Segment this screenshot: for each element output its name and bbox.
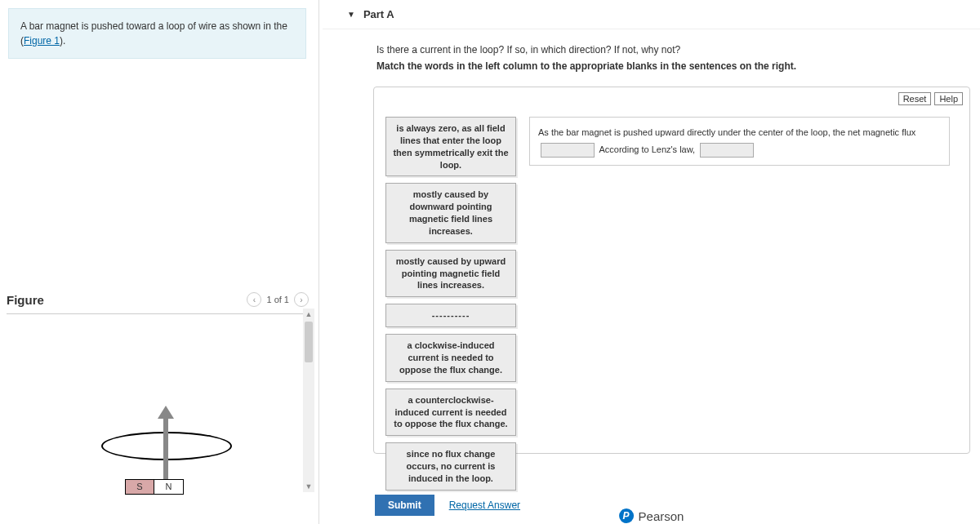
drop-blank-1[interactable] bbox=[541, 143, 595, 158]
figure-scrollbar[interactable]: ▲ ▼ bbox=[303, 309, 314, 492]
drop-blank-2[interactable] bbox=[700, 143, 754, 158]
panel-divider bbox=[318, 0, 319, 524]
scroll-thumb[interactable] bbox=[305, 322, 313, 362]
motion-arrow bbox=[163, 414, 168, 479]
sentence-seg1: As the bar magnet is pushed upward direc… bbox=[538, 127, 915, 137]
collapse-icon[interactable]: ▼ bbox=[347, 10, 355, 19]
bar-magnet: S N bbox=[125, 479, 184, 495]
problem-statement: A bar magnet is pushed toward a loop of … bbox=[8, 8, 306, 59]
matching-widget: Reset Help is always zero, as all field … bbox=[373, 87, 970, 454]
figure-link[interactable]: Figure 1 bbox=[24, 35, 60, 47]
magnet-north: N bbox=[154, 480, 183, 494]
figure-title: Figure bbox=[7, 293, 44, 307]
request-answer-link[interactable]: Request Answer bbox=[449, 500, 520, 511]
question-text: Is there a current in the loop? If so, i… bbox=[376, 44, 980, 56]
word-item[interactable]: a counterclockwise-induced current is ne… bbox=[385, 389, 516, 437]
brand-name: Pearson bbox=[639, 509, 684, 523]
pearson-logo-icon: P bbox=[619, 508, 634, 523]
word-item[interactable]: a clockwise-induced current is needed to… bbox=[385, 334, 516, 382]
figure-next-button[interactable]: › bbox=[294, 292, 309, 307]
help-button[interactable]: Help bbox=[934, 92, 963, 105]
magnet-south: S bbox=[126, 480, 154, 494]
brand-footer: P Pearson bbox=[619, 508, 684, 523]
scroll-up-icon[interactable]: ▲ bbox=[303, 309, 314, 320]
reset-button[interactable]: Reset bbox=[898, 92, 932, 105]
word-item[interactable]: since no flux change occurs, no current … bbox=[385, 442, 516, 491]
word-item[interactable]: ---------- bbox=[385, 304, 516, 327]
sentence-target: As the bar magnet is pushed upward direc… bbox=[529, 117, 950, 166]
figure-pager: 1 of 1 bbox=[266, 295, 289, 304]
motion-arrow-head bbox=[158, 406, 174, 419]
part-label: Part A bbox=[363, 8, 394, 20]
question-instruction: Match the words in the left column to th… bbox=[376, 60, 980, 72]
word-item[interactable]: mostly caused by upward pointing magneti… bbox=[385, 250, 516, 298]
submit-button[interactable]: Submit bbox=[375, 495, 434, 516]
figure-prev-button[interactable]: ‹ bbox=[247, 292, 261, 307]
sentence-seg2: According to Lenz's law, bbox=[599, 144, 695, 154]
problem-text-suffix: ). bbox=[60, 35, 65, 47]
word-item[interactable]: is always zero, as all field lines that … bbox=[385, 117, 516, 176]
word-bank: is always zero, as all field lines that … bbox=[385, 117, 516, 491]
figure-image: S N bbox=[7, 363, 309, 502]
scroll-down-icon[interactable]: ▼ bbox=[303, 481, 314, 492]
word-item[interactable]: mostly caused by downward pointing magne… bbox=[385, 183, 516, 242]
